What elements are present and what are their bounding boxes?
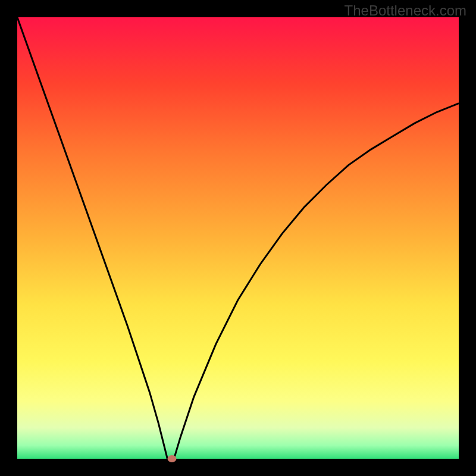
curve-layer xyxy=(17,17,459,459)
watermark-text: TheBottleneck.com xyxy=(345,2,466,19)
chart-frame: TheBottleneck.com xyxy=(0,0,476,476)
plot-area xyxy=(17,17,459,459)
bottleneck-curve xyxy=(17,17,459,459)
optimal-point-marker xyxy=(167,455,176,462)
